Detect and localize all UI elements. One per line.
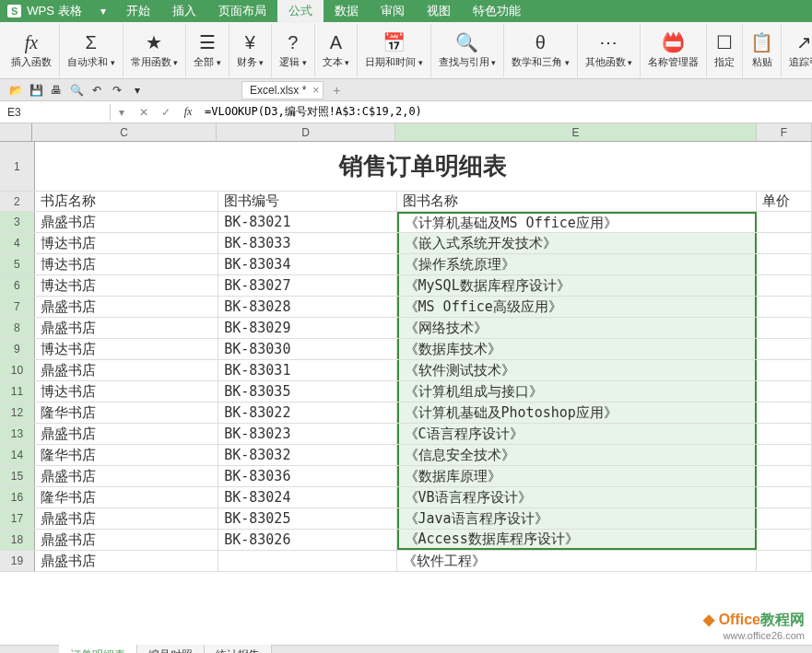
row-header-2[interactable]: 2	[0, 192, 35, 211]
row-header-7[interactable]: 7	[0, 297, 35, 317]
ribbon-插入函数[interactable]: fx插入函数	[4, 24, 60, 77]
title-cell[interactable]: 销售订单明细表	[35, 142, 812, 191]
cell-C19[interactable]: ⿍盛书店	[35, 551, 218, 571]
cell-D13[interactable]: BK-83023	[218, 424, 396, 444]
open-icon[interactable]: 📂	[7, 82, 24, 99]
ribbon-其他函数[interactable]: ⋯其他函数	[578, 24, 641, 77]
cell-C7[interactable]: 鼎盛书店	[35, 297, 218, 317]
ribbon-指定[interactable]: ☐指定	[707, 24, 743, 77]
sheet-tab-0[interactable]: 订单明细表	[59, 645, 137, 653]
menu-tab-7[interactable]: 特色功能	[462, 0, 532, 23]
row-header-12[interactable]: 12	[0, 402, 35, 423]
cell-F3[interactable]	[757, 212, 812, 232]
cell-D14[interactable]: BK-83032	[218, 445, 396, 465]
ribbon-数学和三角[interactable]: θ数学和三角	[504, 24, 578, 77]
cell-D8[interactable]: BK-83029	[218, 318, 396, 338]
sheet-nav-next-icon[interactable]: ▶	[29, 650, 44, 654]
cell-C5[interactable]: 博达书店	[35, 254, 218, 274]
sheet-nav-last-icon[interactable]: ⏭	[44, 650, 59, 654]
cell-F7[interactable]	[757, 297, 812, 317]
cell-C9[interactable]: 博达书店	[35, 339, 218, 359]
row-header-17[interactable]: 17	[0, 508, 35, 529]
cell-D16[interactable]: BK-83024	[218, 487, 396, 507]
cell-E7[interactable]: 《MS Office高级应用》	[397, 297, 758, 317]
row-header-16[interactable]: 16	[0, 487, 35, 507]
cell-F5[interactable]	[757, 254, 812, 274]
row-header-18[interactable]: 18	[0, 530, 35, 550]
cell-F9[interactable]	[757, 339, 812, 359]
preview-icon[interactable]: 🔍	[68, 82, 85, 99]
cell-F12[interactable]	[757, 402, 812, 423]
cell-C4[interactable]: 博达书店	[35, 233, 218, 253]
sheet-nav-prev-icon[interactable]: ◀	[15, 650, 29, 654]
ribbon-全部[interactable]: ☰全部	[186, 24, 229, 77]
col-header-D[interactable]: D	[217, 123, 395, 141]
cell-E15[interactable]: 《数据库原理》	[397, 466, 758, 486]
redo-icon[interactable]: ↷	[109, 82, 125, 99]
row-header-9[interactable]: 9	[0, 339, 35, 359]
cell-F15[interactable]	[757, 466, 812, 486]
row-header-15[interactable]: 15	[0, 466, 35, 486]
cell-F13[interactable]	[757, 424, 812, 444]
name-box[interactable]: E3	[0, 104, 111, 121]
cell-F14[interactable]	[757, 445, 812, 465]
ribbon-自动求和[interactable]: Σ自动求和	[60, 24, 124, 77]
menu-tab-1[interactable]: 插入	[161, 0, 207, 23]
cell-D2[interactable]: 图书编号	[218, 192, 396, 211]
ribbon-名称管理器[interactable]: 📛名称管理器	[641, 24, 707, 77]
row-header-19[interactable]: 19	[0, 551, 35, 571]
cell-E12[interactable]: 《计算机基础及Photoshop应用》	[397, 402, 758, 423]
cell-D17[interactable]: BK-83025	[218, 508, 396, 529]
cell-F4[interactable]	[757, 233, 812, 253]
menu-tab-3[interactable]: 公式	[277, 0, 324, 23]
row-header-8[interactable]: 8	[0, 318, 35, 338]
row-header-13[interactable]: 13	[0, 424, 35, 444]
cell-C13[interactable]: 鼎盛书店	[35, 424, 218, 444]
cell-E11[interactable]: 《计算机组成与接口》	[397, 381, 758, 402]
menu-tab-4[interactable]: 数据	[324, 0, 370, 23]
name-box-dropdown-icon[interactable]: ▾	[111, 106, 133, 119]
cell-C10[interactable]: 鼎盛书店	[35, 360, 218, 380]
fx-icon[interactable]: fx	[177, 105, 199, 119]
ribbon-财务[interactable]: ¥财务	[229, 24, 273, 77]
cell-F18[interactable]	[757, 530, 812, 550]
cell-D6[interactable]: BK-83027	[218, 275, 396, 296]
row-header-5[interactable]: 5	[0, 254, 35, 274]
ribbon-常用函数[interactable]: ★常用函数	[124, 24, 187, 77]
cell-D9[interactable]: BK-83030	[218, 339, 396, 359]
cell-F6[interactable]	[757, 275, 812, 296]
cell-E4[interactable]: 《嵌入式系统开发技术》	[397, 233, 758, 253]
app-name[interactable]: WPS 表格	[27, 3, 81, 19]
cell-D18[interactable]: BK-83026	[218, 530, 396, 550]
col-header-E[interactable]: E	[395, 123, 757, 141]
ribbon-日期和时间[interactable]: 📅日期和时间	[358, 24, 431, 77]
cell-E19[interactable]: 《软件工程》	[397, 551, 758, 571]
cell-F10[interactable]	[757, 360, 812, 380]
row-header-3[interactable]: 3	[0, 212, 35, 232]
add-sheet-icon[interactable]: +	[272, 647, 297, 654]
cell-C2[interactable]: 书店名称	[35, 192, 218, 211]
cell-C16[interactable]: 隆华书店	[35, 487, 218, 507]
print-icon[interactable]: 🖶	[48, 82, 65, 99]
menu-tab-6[interactable]: 视图	[416, 0, 462, 23]
cell-E9[interactable]: 《数据库技术》	[397, 339, 758, 359]
cell-C3[interactable]: 鼎盛书店	[35, 212, 218, 232]
cell-F16[interactable]	[757, 487, 812, 507]
cell-F11[interactable]	[757, 381, 812, 402]
cell-E13[interactable]: 《C语言程序设计》	[397, 424, 758, 444]
menu-tab-2[interactable]: 页面布局	[207, 0, 277, 23]
cell-E14[interactable]: 《信息安全技术》	[397, 445, 758, 465]
cell-C18[interactable]: 鼎盛书店	[35, 530, 218, 550]
cell-C17[interactable]: 鼎盛书店	[35, 508, 218, 529]
cell-C8[interactable]: 鼎盛书店	[35, 318, 218, 338]
select-all-corner[interactable]	[0, 123, 32, 141]
cell-D7[interactable]: BK-83028	[218, 297, 396, 317]
ribbon-粘贴[interactable]: 📋粘贴	[743, 24, 782, 77]
cell-D5[interactable]: BK-83034	[218, 254, 396, 274]
undo-icon[interactable]: ↶	[88, 82, 105, 99]
cell-D4[interactable]: BK-83033	[218, 233, 396, 253]
cell-E5[interactable]: 《操作系统原理》	[397, 254, 758, 274]
ribbon-文本[interactable]: A文本	[315, 24, 359, 77]
cell-E18[interactable]: 《Access数据库程序设计》	[397, 530, 758, 550]
cell-C6[interactable]: 博达书店	[35, 275, 218, 296]
